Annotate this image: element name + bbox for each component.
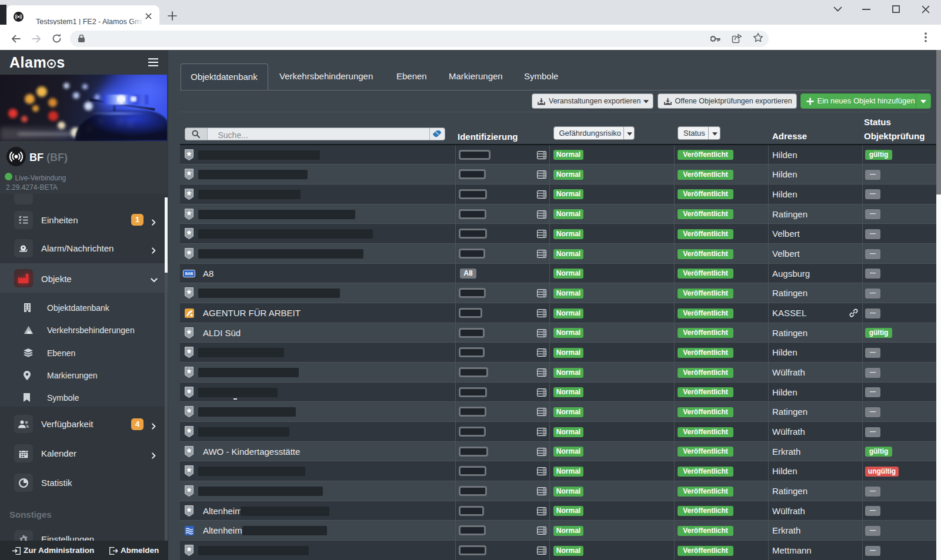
svg-text:BAB: BAB [185, 271, 193, 276]
